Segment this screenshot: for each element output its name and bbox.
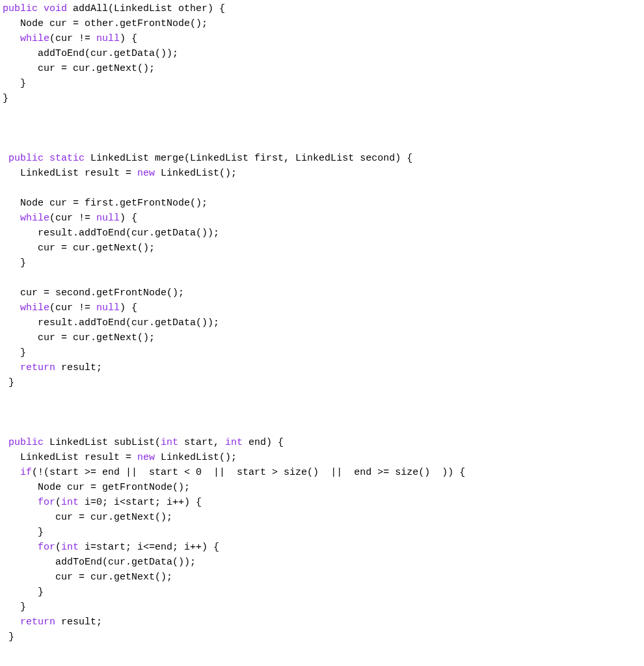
code-token: addAll(LinkedList other) { bbox=[67, 3, 225, 14]
code-token: } bbox=[3, 347, 26, 358]
code-token: LinkedList result = bbox=[3, 452, 137, 463]
code-token: result.addToEnd(cur.getData()); bbox=[3, 228, 219, 239]
code-token: (cur != bbox=[49, 33, 96, 44]
keyword-token: if bbox=[20, 467, 32, 478]
code-token bbox=[44, 153, 49, 164]
code-token: LinkedList result = bbox=[3, 168, 137, 179]
number-token: 0 bbox=[196, 467, 202, 478]
code-token: Node cur = first.getFrontNode(); bbox=[3, 198, 208, 209]
code-token: ( bbox=[55, 542, 61, 553]
code-token: ) { bbox=[120, 33, 137, 44]
code-token: cur = cur.getNext(); bbox=[3, 63, 155, 74]
code-token: (!(start >= end || start < bbox=[32, 467, 196, 478]
keyword-token: return bbox=[20, 617, 55, 628]
code-token: start, bbox=[178, 437, 225, 448]
keyword-token: void bbox=[44, 3, 67, 14]
code-token: || start > size() || end >= size() )) { bbox=[202, 467, 465, 478]
code-token: (cur != bbox=[49, 213, 96, 224]
code-token: Node cur = other.getFrontNode(); bbox=[3, 18, 208, 29]
code-token: LinkedList merge(LinkedList first, Linke… bbox=[85, 153, 412, 164]
keyword-token: public bbox=[8, 153, 44, 164]
code-token: cur = cur.getNext(); bbox=[3, 572, 172, 583]
keyword-token: public bbox=[8, 437, 44, 448]
code-token: i=start; i<=end; i++) { bbox=[79, 542, 219, 553]
keyword-token: null bbox=[96, 33, 120, 44]
code-token: result; bbox=[55, 362, 102, 373]
code-token: ) { bbox=[120, 213, 137, 224]
code-token: } bbox=[3, 587, 44, 598]
code-token: result; bbox=[55, 617, 102, 628]
code-token: Node cur = getFrontNode(); bbox=[3, 482, 190, 493]
code-token: LinkedList subList( bbox=[44, 437, 161, 448]
keyword-token: for bbox=[38, 542, 55, 553]
code-token: LinkedList(); bbox=[155, 452, 237, 463]
code-token: } bbox=[3, 93, 8, 104]
code-token bbox=[3, 213, 20, 224]
code-token: } bbox=[3, 527, 44, 538]
keyword-token: return bbox=[20, 362, 55, 373]
keyword-token: int bbox=[61, 542, 79, 553]
code-token: } bbox=[3, 258, 26, 269]
keyword-token: new bbox=[137, 452, 155, 463]
keyword-token: public bbox=[3, 3, 38, 14]
code-token: } bbox=[3, 78, 26, 89]
code-token: } bbox=[3, 632, 14, 643]
code-token: } bbox=[3, 602, 26, 613]
code-token: cur = cur.getNext(); bbox=[3, 243, 155, 254]
code-token: addToEnd(cur.getData()); bbox=[3, 48, 178, 59]
keyword-token: while bbox=[20, 213, 49, 224]
keyword-token: while bbox=[20, 33, 49, 44]
code-token: end) { bbox=[243, 437, 284, 448]
number-token: 0 bbox=[96, 497, 102, 508]
code-token bbox=[3, 302, 20, 313]
code-token: ( bbox=[55, 497, 61, 508]
code-token: result.addToEnd(cur.getData()); bbox=[3, 317, 219, 328]
code-token bbox=[3, 437, 8, 448]
code-token bbox=[3, 467, 20, 478]
code-token bbox=[3, 542, 38, 553]
keyword-token: static bbox=[49, 153, 85, 164]
code-token: cur = second.getFrontNode(); bbox=[3, 287, 184, 299]
code-token bbox=[38, 3, 44, 14]
code-token: ; i<start; i++) { bbox=[102, 497, 202, 508]
keyword-token: null bbox=[96, 302, 120, 313]
keyword-token: int bbox=[161, 437, 178, 448]
code-token: cur = cur.getNext(); bbox=[3, 512, 172, 523]
code-token bbox=[3, 617, 20, 628]
code-token bbox=[3, 497, 38, 508]
code-token: addToEnd(cur.getData()); bbox=[3, 557, 196, 568]
keyword-token: int bbox=[61, 497, 79, 508]
code-token: LinkedList(); bbox=[155, 168, 237, 179]
code-token: } bbox=[3, 377, 14, 388]
code-token: cur = cur.getNext(); bbox=[3, 332, 155, 343]
keyword-token: int bbox=[225, 437, 243, 448]
code-token bbox=[3, 362, 20, 373]
code-token bbox=[3, 153, 8, 164]
code-token: ) { bbox=[120, 302, 137, 313]
keyword-token: null bbox=[96, 213, 120, 224]
code-token bbox=[3, 33, 20, 44]
keyword-token: new bbox=[137, 168, 155, 179]
code-block: public void addAll(LinkedList other) { N… bbox=[0, 0, 644, 645]
keyword-token: while bbox=[20, 302, 49, 313]
code-token: i= bbox=[79, 497, 96, 508]
keyword-token: for bbox=[38, 497, 55, 508]
code-token: (cur != bbox=[49, 302, 96, 313]
